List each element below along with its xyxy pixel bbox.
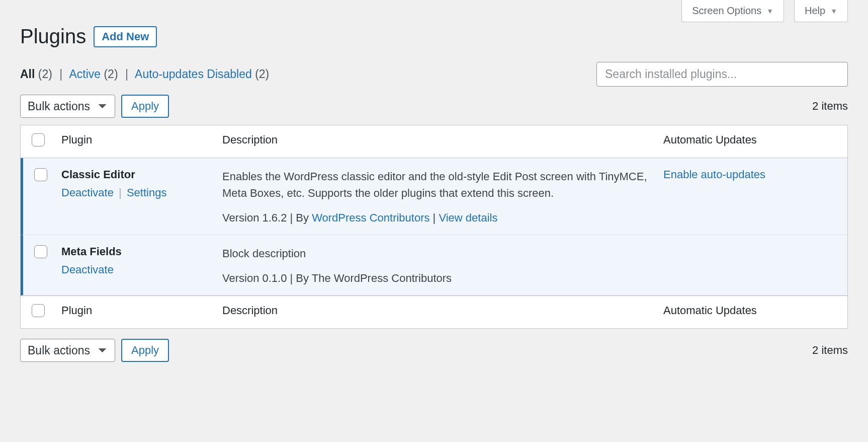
help-toggle[interactable]: Help ▼	[794, 0, 848, 22]
select-all-top[interactable]	[32, 133, 45, 146]
plugin-meta: Version 1.6.2 | By WordPress Contributor…	[222, 211, 649, 225]
plugin-meta: Version 0.1.0 | By The WordPress Contrib…	[222, 272, 649, 285]
plugin-description: Enables the WordPress classic editor and…	[222, 168, 649, 201]
filter-active[interactable]: Active	[69, 67, 104, 81]
enable-auto-updates-link[interactable]: Enable auto-updates	[663, 168, 765, 181]
search-input[interactable]	[596, 62, 848, 87]
plugin-description: Block description	[222, 245, 649, 262]
apply-button-top[interactable]: Apply	[121, 95, 169, 118]
filter-auto-updates-disabled[interactable]: Auto-updates Disabled	[135, 67, 255, 81]
col-auto-updates: Automatic Updates	[656, 125, 847, 158]
chevron-down-icon: ▼	[766, 7, 773, 15]
col-plugin: Plugin	[54, 125, 215, 158]
settings-link[interactable]: Settings	[127, 186, 167, 199]
help-label: Help	[805, 5, 825, 17]
screen-options-toggle[interactable]: Screen Options ▼	[681, 0, 784, 22]
deactivate-link[interactable]: Deactivate	[61, 186, 114, 199]
plugins-table: Plugin Description Automatic Updates Cla…	[20, 125, 848, 329]
apply-button-bottom[interactable]: Apply	[121, 339, 169, 362]
chevron-down-icon: ▼	[830, 7, 837, 15]
filter-all[interactable]: All (2)	[20, 67, 55, 81]
view-details-link[interactable]: View details	[439, 211, 497, 224]
items-count-top: 2 items	[812, 100, 848, 113]
screen-options-label: Screen Options	[692, 5, 761, 17]
deactivate-link[interactable]: Deactivate	[61, 263, 114, 276]
table-row: Classic Editor Deactivate | Settings Ena…	[21, 158, 847, 235]
row-checkbox[interactable]	[34, 168, 47, 181]
row-checkbox[interactable]	[34, 245, 47, 258]
filter-links: All (2) | Active (2) | Auto-updates Disa…	[20, 67, 269, 81]
plugin-name: Meta Fields	[61, 245, 208, 258]
plugin-name: Classic Editor	[61, 168, 208, 181]
page-title: Plugins	[20, 25, 86, 48]
plugin-author-link[interactable]: WordPress Contributors	[312, 211, 429, 224]
select-all-bottom[interactable]	[32, 304, 45, 317]
add-new-button[interactable]: Add New	[94, 26, 157, 47]
items-count-bottom: 2 items	[812, 344, 848, 357]
table-row: Meta Fields Deactivate Block description…	[21, 235, 847, 296]
bulk-actions-select-top[interactable]: Bulk actions	[20, 95, 115, 118]
col-description: Description	[215, 125, 656, 158]
bulk-actions-select-bottom[interactable]: Bulk actions	[20, 339, 115, 362]
